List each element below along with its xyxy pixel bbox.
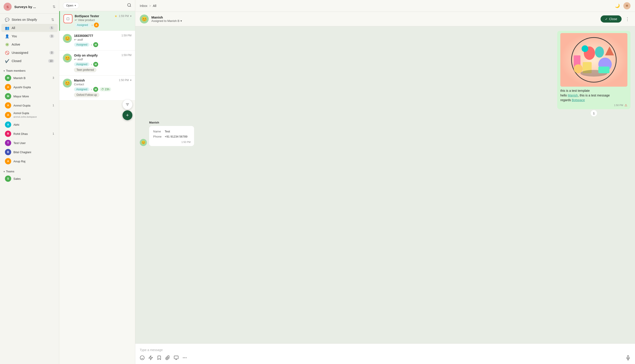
conv-name-manish: Manish <box>74 78 85 82</box>
conv-time-botspace: 1:59 PM <box>119 14 129 18</box>
conv-top-manish: Manish 1:50 PM ▾ <box>74 78 131 82</box>
compose-button[interactable]: + <box>123 110 132 120</box>
member-name-rohit: Rohit Dhas <box>14 132 50 136</box>
screen-button[interactable] <box>174 355 179 361</box>
message-text-1: this is a test template hello Manish, th… <box>560 88 627 102</box>
timer-value: 23h <box>105 88 109 91</box>
arrow-right-icon: › <box>91 23 93 27</box>
sidebar-item-closed[interactable]: ✔️ Closed 10 <box>1 57 58 65</box>
conversation-item-manish[interactable]: 😊 Manish 1:50 PM ▾ Contact Assigned › M <box>59 76 135 100</box>
microphone-button[interactable] <box>625 355 630 361</box>
team-sales[interactable]: S Sales <box>1 174 58 183</box>
message-input[interactable] <box>140 346 630 354</box>
member-ayushi[interactable]: A Ayushi Gupta <box>1 83 58 92</box>
member-bilal[interactable]: B Bilal Chaglani <box>1 148 58 156</box>
chat-messages: this is a test template hello Manish, th… <box>135 26 635 344</box>
sidebar-item-whatsapp[interactable]: 💬 Stories on Shopify ⇅ <box>1 16 58 24</box>
header-user-avatar[interactable]: M <box>623 2 630 10</box>
conv-tags-manish: Assigned › M ⏱ 23h <box>74 87 131 92</box>
conv-top-shopify: Only on shopify 1:59 PM <box>74 54 131 57</box>
star-icon[interactable]: ★ <box>114 14 117 18</box>
breadcrumb-all[interactable]: All <box>153 4 156 8</box>
member-anmol1[interactable]: A Anmol Gupta 1 <box>1 101 58 110</box>
sidebar-nav: 💬 Stories on Shopify ⇅ 👥 All 5 👤 You 3 ✳… <box>0 14 59 67</box>
assigned-to-text: Assigned to Manish B <box>151 19 179 22</box>
member-mayur[interactable]: M Mayur More <box>1 92 58 101</box>
team-members-list: M Manish B 3 A Ayushi Gupta M Mayur More… <box>0 73 59 166</box>
member-count-anmol1: 1 <box>53 104 54 107</box>
conv-content-shopify: Only on shopify 1:59 PM ↩ asdf Assigned … <box>74 54 131 72</box>
conv-dropdown-icon[interactable]: ▾ <box>130 14 131 18</box>
close-conversation-button[interactable]: ✓ Close <box>600 16 621 22</box>
conversation-item-18339[interactable]: 😊 18339306777 1:59 PM ↩ asdf Assigned › … <box>59 31 135 50</box>
closed-icon: ✔️ <box>5 59 10 63</box>
contact-info-table: Name Test Phone +91 91234 56789 <box>153 129 190 139</box>
search-icon-button[interactable] <box>127 3 131 8</box>
svg-point-24 <box>183 358 183 358</box>
svg-point-17 <box>140 356 144 360</box>
preview-arrow-icon: ↩ <box>75 18 77 22</box>
conv-dropdown-icon-manish[interactable]: ▾ <box>130 78 131 82</box>
member-name-anmol1: Anmol Gupta <box>14 104 50 107</box>
more-tools-button[interactable] <box>182 355 187 361</box>
all-count: 5 <box>49 26 54 30</box>
sidebar-item-unassigned[interactable]: 🚫 Unassigned 0 <box>1 49 58 57</box>
conv-time-18339: 1:59 PM <box>121 34 131 37</box>
manish-link: Manish <box>568 94 578 97</box>
message-received-1: 😊 Manish Name Test Phone +91 91234 56789 <box>140 121 194 146</box>
sidebar-item-all[interactable]: 👥 All 5 <box>1 24 58 32</box>
conversation-item-shopify[interactable]: 😊 Only on shopify 1:59 PM ↩ asdf Assigne… <box>59 50 135 76</box>
member-manish[interactable]: M Manish B 3 <box>1 74 58 82</box>
team-members-collapse-icon: ▾ <box>4 70 5 72</box>
sidebar-label-you: You <box>12 34 47 38</box>
bookmark-button[interactable] <box>157 355 162 361</box>
chat-header-info: Manish Assigned to Manish B ▾ <box>151 16 598 22</box>
received-time-1: 1:50 PM <box>153 141 190 143</box>
lightning-button[interactable] <box>148 355 153 361</box>
top-breadcrumb-bar: Inbox > All 🌙 M <box>135 0 635 12</box>
tag-assigned-shopify: Assigned <box>74 62 89 66</box>
member-name-anup: Anup Raj <box>14 160 54 163</box>
sidebar-title: Surveys by ... <box>14 5 50 9</box>
attachment-button[interactable] <box>165 355 170 361</box>
preview-text-manish: Contact <box>74 83 84 86</box>
teams-section[interactable]: ▾ Teams <box>0 168 59 174</box>
active-icon: ✳️ <box>5 42 10 47</box>
sidebar-label-active: Active <box>12 43 54 46</box>
breadcrumb-inbox[interactable]: Inbox <box>140 4 147 8</box>
member-avatar-test: T <box>5 140 11 146</box>
assigned-to-label[interactable]: Assigned to Manish B ▾ <box>151 19 598 22</box>
open-filter-button[interactable]: Open ▾ <box>63 2 79 9</box>
filter-button[interactable] <box>123 100 132 110</box>
conv-name-18339: 18339306777 <box>74 34 93 38</box>
sidebar: S Surveys by ... ⇅ 💬 Stories on Shopify … <box>0 0 59 364</box>
tag-assigned-manish: Assigned <box>74 87 89 91</box>
member-avatar-rohit: R <box>5 131 11 137</box>
all-icon: 👥 <box>5 26 10 30</box>
member-anmol2[interactable]: A Anmol Gupta anmol.zoho.botspace <box>1 110 58 120</box>
conv-preview-manish: Contact <box>74 83 131 86</box>
member-name-ayushi: Ayushi Gupta <box>14 86 54 89</box>
conversation-item-botspace[interactable]: □ BotSpace Tester ★ 1:59 PM ▾ ↩ View pro… <box>59 11 135 31</box>
member-abhi[interactable]: A Abhi <box>1 120 58 129</box>
member-avatar-anmol1: A <box>5 102 11 108</box>
more-options-button[interactable]: ⋮ <box>624 16 630 22</box>
chevron-down-icon[interactable]: ⇅ <box>51 18 54 22</box>
conv-preview-18339: ↩ asdf <box>74 38 131 41</box>
conv-tags-18339: Assigned › M <box>74 42 131 47</box>
preview-arrow-icon-2: ↩ <box>74 38 77 41</box>
dark-mode-button[interactable]: 🌙 <box>615 3 620 8</box>
main-content: Inbox > All 🌙 M 😊 Manish Assigned to Man… <box>135 0 635 364</box>
sidebar-collapse-icon[interactable]: ⇅ <box>53 5 56 9</box>
team-members-section[interactable]: ▾ Team members <box>0 67 59 73</box>
member-anup[interactable]: A Anup Raj <box>1 157 58 166</box>
svg-point-15 <box>574 64 583 73</box>
conv-meta-botspace: ★ 1:59 PM ▾ <box>114 14 131 18</box>
emoji-button[interactable] <box>140 355 145 361</box>
member-name-abhi: Abhi <box>14 123 54 126</box>
sidebar-item-you[interactable]: 👤 You 3 <box>1 32 58 40</box>
member-test[interactable]: T Test User <box>1 138 58 148</box>
member-rohit[interactable]: R Rohit Dhas 1 <box>1 129 58 138</box>
sidebar-item-active[interactable]: ✳️ Active <box>1 40 58 48</box>
timer-badge-manish: ⏱ 23h <box>100 87 111 91</box>
